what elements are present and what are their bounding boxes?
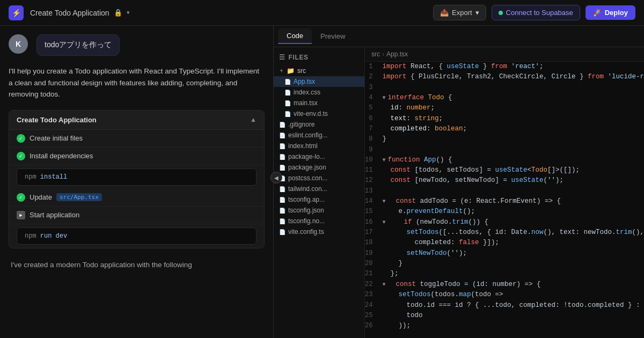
- collapse-icon: ▲: [250, 116, 257, 123]
- code-line-22[interactable]: 22 ▼ const toggleTodo = (id: number) => …: [365, 280, 644, 290]
- file-item-gitignore[interactable]: 📄 .gitignore: [274, 119, 364, 130]
- project-title: Create Todo Application 🔒 ▾: [30, 9, 130, 17]
- line-content: completed: boolean;: [378, 124, 644, 134]
- line-content: ▼ if (newTodo.trim()) {: [378, 217, 644, 227]
- line-content: setTodos(todos.map(todo =>: [378, 290, 644, 300]
- steps-header[interactable]: Create Todo Application ▲: [9, 111, 264, 130]
- steps-title: Create Todo Application: [17, 116, 97, 124]
- line-content: const [newTodo, setNewTodo] = useState('…: [378, 175, 644, 186]
- file-item-index-html[interactable]: 📄 index.html: [274, 141, 364, 151]
- main-content: K todoアプリを作って I'll help you create a Tod…: [0, 26, 644, 338]
- step-check-icon: ✓: [17, 134, 25, 143]
- cmd-text: run dev: [40, 232, 67, 240]
- file-item-app-tsx[interactable]: 📄 App.tsx: [274, 76, 364, 87]
- code-line-15: 15 e.preventDefault();: [365, 207, 644, 217]
- bottom-message-text: I've created a modern Todo application w…: [11, 261, 192, 269]
- line-number: 4: [365, 93, 378, 103]
- line-number: 7: [365, 124, 378, 134]
- code-view[interactable]: 1 import React, { useState } from 'react…: [365, 62, 644, 338]
- step-item: ✓ Install dependencies: [9, 148, 264, 165]
- code-line-18: 18 completed: false }]);: [365, 238, 644, 248]
- file-item-eslint[interactable]: 📄 eslint.config...: [274, 130, 364, 141]
- user-message-wrap: K todoアプリを作って: [9, 34, 265, 56]
- folder-name: src: [297, 67, 306, 75]
- right-panel: Code Preview ☰ Files ▼ 📁 src 📄: [274, 26, 644, 338]
- line-content: id: number;: [378, 103, 644, 113]
- file-item-tsconfig-app[interactable]: 📄 tsconfig.ap...: [274, 194, 364, 205]
- line-number: 15: [365, 207, 378, 217]
- code-line-2: 2 import { PlusCircle, Trash2, CheckCirc…: [365, 72, 644, 82]
- code-line-10[interactable]: 10 ▼function App() {: [365, 155, 644, 165]
- line-number: 11: [365, 165, 378, 175]
- line-content: };: [378, 269, 644, 279]
- file-item-postcss[interactable]: 📄 postcss.con...: [274, 173, 364, 183]
- step-check-icon: ✓: [17, 193, 25, 202]
- bolt-logo: ⚡: [9, 5, 24, 20]
- line-content: text: string;: [378, 114, 644, 124]
- avatar: K: [9, 34, 28, 54]
- line-content: import React, { useState } from 'react';: [378, 62, 644, 72]
- code-line-16[interactable]: 16 ▼ if (newTodo.trim()) {: [365, 217, 644, 227]
- file-name: package.json: [288, 164, 326, 171]
- line-content: }: [378, 259, 644, 269]
- folder-src[interactable]: ▼ 📁 src: [274, 65, 364, 76]
- code-line-26: 26 ));: [365, 321, 644, 331]
- line-number: 22: [365, 280, 378, 290]
- file-item-vite-env[interactable]: 📄 vite-env.d.ts: [274, 108, 364, 119]
- code-line-7: 7 completed: boolean;: [365, 124, 644, 134]
- line-number: 20: [365, 259, 378, 269]
- file-icon: 📄: [279, 143, 286, 149]
- assistant-intro-text: I'll help you create a Todo application …: [9, 67, 259, 98]
- breadcrumb-separator: ›: [382, 50, 384, 58]
- line-content: const [todos, setTodos] = useState<Todo[…: [378, 165, 644, 175]
- file-name: tsconfig.json: [288, 207, 324, 214]
- file-icon: 📄: [279, 218, 286, 224]
- file-item-vite-config[interactable]: 📄 vite.config.ts: [274, 226, 364, 237]
- bottom-message: I've created a modern Todo application w…: [9, 256, 265, 274]
- line-number: 3: [365, 83, 378, 93]
- chat-area: K todoアプリを作って I'll help you create a Tod…: [0, 26, 273, 338]
- line-content: import { PlusCircle, Trash2, CheckCircle…: [378, 72, 644, 82]
- folder-arrow-icon: ▼: [279, 68, 284, 74]
- file-item-index-css[interactable]: 📄 index.css: [274, 87, 364, 98]
- tab-preview[interactable]: Preview: [312, 29, 354, 43]
- code-line-20: 20 }: [365, 259, 644, 269]
- file-item-tailwind[interactable]: 📄 tailwind.con...: [274, 183, 364, 194]
- line-number: 9: [365, 145, 378, 155]
- code-line-14[interactable]: 14 ▼ const addTodo = (e: React.FormEvent…: [365, 196, 644, 207]
- line-number: 2: [365, 72, 378, 82]
- cmd-block-install: npm install: [17, 168, 257, 186]
- step-label: Create initial files: [30, 134, 83, 142]
- file-item-main-tsx[interactable]: 📄 main.tsx: [274, 98, 364, 108]
- chevron-down-icon: ▾: [127, 9, 130, 16]
- tab-code[interactable]: Code: [278, 28, 312, 44]
- folder-icon: 📁: [287, 67, 295, 75]
- line-number: 13: [365, 186, 378, 196]
- connect-supabase-button[interactable]: Connect to Supabase: [492, 5, 580, 20]
- file-item-package-json[interactable]: 📄 package.json: [274, 162, 364, 173]
- left-panel: K todoアプリを作って I'll help you create a Tod…: [0, 26, 274, 338]
- files-icon: ☰: [279, 54, 286, 61]
- file-icon: 📄: [279, 122, 286, 128]
- files-label: Files: [289, 54, 309, 61]
- line-number: 25: [365, 311, 378, 321]
- file-item-tsconfig-node[interactable]: 📄 tsconfig.no...: [274, 216, 364, 226]
- code-line-12: 12 const [newTodo, setNewTodo] = useStat…: [365, 175, 644, 186]
- user-bubble: todoアプリを作って: [36, 34, 120, 56]
- code-line-11: 11 const [todos, setTodos] = useState<To…: [365, 165, 644, 175]
- file-item-package-lock[interactable]: 📄 package-lo...: [274, 151, 364, 162]
- navbar-right: 📤 Export ▾ Connect to Supabase 🚀 Deploy: [433, 5, 635, 20]
- avatar-initials: K: [16, 40, 21, 48]
- code-line-8: 8 }: [365, 134, 644, 144]
- line-content: [378, 145, 644, 155]
- code-line-4[interactable]: 4 ▼interface Todo {: [365, 93, 644, 103]
- deploy-button[interactable]: 🚀 Deploy: [586, 5, 635, 20]
- export-button[interactable]: 📤 Export ▾: [433, 5, 486, 20]
- bolt-icon: ⚡: [9, 5, 24, 20]
- code-line-24: 24 todo.id === id ? { ...todo, completed…: [365, 300, 644, 311]
- panel-collapse-arrow[interactable]: ◀: [270, 172, 282, 183]
- file-item-tsconfig-json[interactable]: 📄 tsconfig.json: [274, 205, 364, 216]
- file-icon: 📄: [284, 111, 291, 117]
- file-name: index.css: [294, 89, 320, 96]
- breadcrumb: src › App.tsx: [365, 47, 644, 62]
